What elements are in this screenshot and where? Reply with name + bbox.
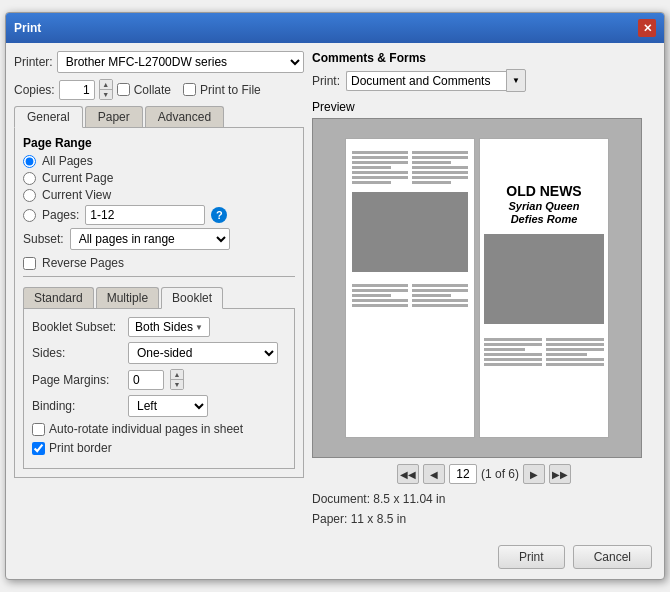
printer-row: Printer: Brother MFC-L2700DW series <box>14 51 304 73</box>
collate-label[interactable]: Collate <box>117 83 171 97</box>
preview-image-right <box>484 234 604 324</box>
reverse-pages-checkbox[interactable] <box>23 257 36 270</box>
copies-label: Copies: <box>14 83 55 97</box>
current-page-radio[interactable] <box>23 172 36 185</box>
divider <box>23 276 295 277</box>
pages-input[interactable] <box>85 205 205 225</box>
dialog-title: Print <box>14 21 41 35</box>
all-pages-row: All Pages <box>23 154 295 168</box>
print-dialog: Print ✕ Printer: Brother MFC-L2700DW ser… <box>5 12 665 579</box>
copies-down[interactable]: ▼ <box>100 90 112 99</box>
current-page-row: Current Page <box>23 171 295 185</box>
booklet-subset-label: Booklet Subset: <box>32 320 122 334</box>
print-button[interactable]: Print <box>498 545 565 569</box>
sub-tab-standard[interactable]: Standard <box>23 287 94 308</box>
reverse-pages-label: Reverse Pages <box>42 256 124 270</box>
tab-general[interactable]: General <box>14 106 83 128</box>
preview-subheadline1: Syrian Queen <box>484 200 604 213</box>
sides-select[interactable]: One-sided <box>128 342 278 364</box>
tab-paper[interactable]: Paper <box>85 106 143 127</box>
collate-checkbox[interactable] <box>117 83 130 96</box>
sides-row: Sides: One-sided <box>32 342 286 364</box>
doc-info: Document: 8.5 x 11.04 in Paper: 11 x 8.5… <box>312 490 656 528</box>
nav-bar: ◀◀ ◀ (1 of 6) ▶ ▶▶ <box>312 464 656 484</box>
print-select-wrapper: Document and Comments ▼ <box>346 69 526 92</box>
binding-select[interactable]: Left <box>128 395 208 417</box>
print-select-arrow[interactable]: ▼ <box>506 69 526 92</box>
copies-input[interactable] <box>59 80 95 100</box>
reverse-pages-row: Reverse Pages <box>23 256 295 270</box>
footer: Print Cancel <box>6 537 664 579</box>
sub-tabs: Standard Multiple Booklet <box>23 287 295 308</box>
subset-row: Subset: All pages in range <box>23 228 295 250</box>
help-icon[interactable]: ? <box>211 207 227 223</box>
preview-headline: OLD NEWS <box>484 183 604 200</box>
printer-select[interactable]: Brother MFC-L2700DW series <box>57 51 304 73</box>
print-to-file-checkbox[interactable] <box>183 83 196 96</box>
binding-row: Binding: Left <box>32 395 286 417</box>
preview-subheadline2: Defies Rome <box>484 213 604 226</box>
print-label: Print: <box>312 74 340 88</box>
pages-row: Pages: ? <box>23 205 295 225</box>
margins-spinner: ▲ ▼ <box>170 369 184 390</box>
preview-box: OLD NEWS Syrian Queen Defies Rome <box>312 118 642 458</box>
pages-radio[interactable] <box>23 209 36 222</box>
tab-advanced[interactable]: Advanced <box>145 106 224 127</box>
all-pages-radio[interactable] <box>23 155 36 168</box>
page-range-title: Page Range <box>23 136 295 150</box>
auto-rotate-row: Auto-rotate individual pages in sheet <box>32 422 286 436</box>
preview-section: Preview <box>312 100 656 528</box>
auto-rotate-checkbox[interactable] <box>32 423 45 436</box>
nav-first-button[interactable]: ◀◀ <box>397 464 419 484</box>
comments-forms-section: Comments & Forms Print: Document and Com… <box>312 51 656 92</box>
margins-up[interactable]: ▲ <box>171 370 183 380</box>
current-view-row: Current View <box>23 188 295 202</box>
pages-label: Pages: <box>42 208 79 222</box>
subset-select[interactable]: All pages in range <box>70 228 230 250</box>
paper-size: Paper: 11 x 8.5 in <box>312 510 656 529</box>
page-margins-label: Page Margins: <box>32 373 122 387</box>
binding-label: Binding: <box>32 399 122 413</box>
nav-page-info: (1 of 6) <box>481 467 519 481</box>
cancel-button[interactable]: Cancel <box>573 545 652 569</box>
current-view-radio[interactable] <box>23 189 36 202</box>
tab-content-general: Page Range All Pages Current Page Curren… <box>14 127 304 478</box>
comments-forms-label: Comments & Forms <box>312 51 656 65</box>
preview-page-right: OLD NEWS Syrian Queen Defies Rome <box>479 138 609 438</box>
left-panel: Printer: Brother MFC-L2700DW series Copi… <box>14 51 304 528</box>
print-to-file-label[interactable]: Print to File <box>183 83 261 97</box>
right-panel: Comments & Forms Print: Document and Com… <box>312 51 656 528</box>
preview-image-left <box>352 192 468 272</box>
print-border-checkbox[interactable] <box>32 442 45 455</box>
preview-pages: OLD NEWS Syrian Queen Defies Rome <box>345 138 609 438</box>
all-pages-label: All Pages <box>42 154 93 168</box>
booklet-content: Booklet Subset: Both Sides ▼ Sides: One-… <box>23 308 295 469</box>
subset-dropdown-arrow: ▼ <box>195 323 203 332</box>
copies-up[interactable]: ▲ <box>100 80 112 90</box>
page-margins-input[interactable] <box>128 370 164 390</box>
document-size: Document: 8.5 x 11.04 in <box>312 490 656 509</box>
current-page-label: Current Page <box>42 171 113 185</box>
print-border-label[interactable]: Print border <box>32 441 112 455</box>
sub-tab-multiple[interactable]: Multiple <box>96 287 159 308</box>
nav-page-input[interactable] <box>449 464 477 484</box>
close-button[interactable]: ✕ <box>638 19 656 37</box>
print-border-row: Print border <box>32 441 286 455</box>
margins-down[interactable]: ▼ <box>171 380 183 389</box>
booklet-subset-dropdown[interactable]: Both Sides ▼ <box>128 317 210 337</box>
preview-page-left <box>345 138 475 438</box>
printer-label: Printer: <box>14 55 53 69</box>
print-value-select[interactable]: Document and Comments <box>346 71 506 91</box>
sides-label: Sides: <box>32 346 122 360</box>
sub-tab-booklet[interactable]: Booklet <box>161 287 223 309</box>
auto-rotate-label[interactable]: Auto-rotate individual pages in sheet <box>32 422 243 436</box>
subset-label: Subset: <box>23 232 64 246</box>
nav-last-button[interactable]: ▶▶ <box>549 464 571 484</box>
nav-next-button[interactable]: ▶ <box>523 464 545 484</box>
print-row: Print: Document and Comments ▼ <box>312 69 656 92</box>
copies-spinner: ▲ ▼ <box>99 79 113 100</box>
booklet-subset-row: Booklet Subset: Both Sides ▼ <box>32 317 286 337</box>
main-tabs: General Paper Advanced <box>14 106 304 127</box>
preview-label: Preview <box>312 100 656 114</box>
nav-prev-button[interactable]: ◀ <box>423 464 445 484</box>
